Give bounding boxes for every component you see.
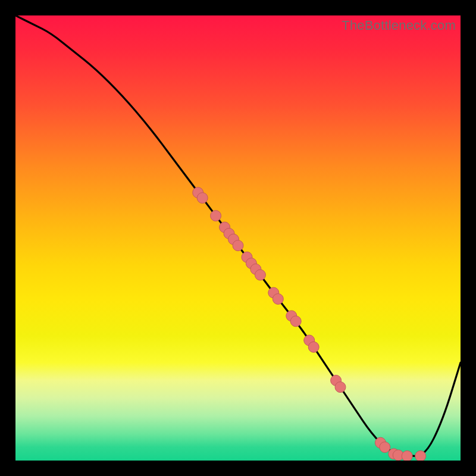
data-marker	[233, 240, 243, 251]
data-marker	[290, 316, 301, 327]
plot-area: TheBottleneck.com	[15, 15, 461, 461]
marker-group	[193, 187, 426, 461]
data-marker	[308, 342, 319, 352]
data-marker	[402, 451, 412, 461]
data-marker	[415, 451, 426, 461]
chart-container: TheBottleneck.com	[0, 0, 476, 476]
data-marker	[273, 294, 283, 305]
data-marker	[380, 442, 390, 453]
data-marker	[255, 270, 265, 280]
chart-overlay	[15, 15, 461, 461]
data-marker	[335, 382, 346, 393]
bottleneck-curve	[15, 15, 461, 456]
data-marker	[211, 211, 221, 221]
data-marker	[197, 193, 208, 203]
